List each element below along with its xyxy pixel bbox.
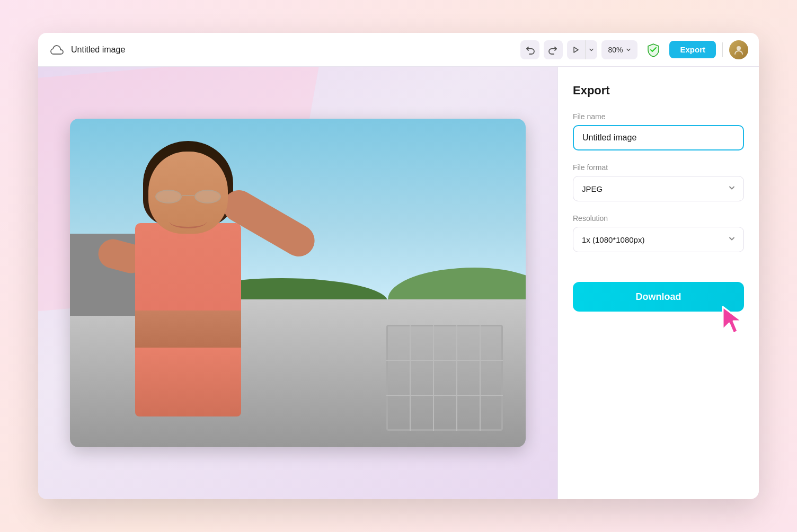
svg-point-0 [737, 46, 741, 50]
file-name-group: File name [573, 112, 744, 150]
file-format-label: File format [573, 163, 744, 172]
file-name-label: File name [573, 112, 744, 121]
toolbar-left: Untitled image [49, 41, 514, 58]
resolution-wrapper: 1x (1080*1080px) 2x (2160*2160px) 0.5x (… [573, 227, 744, 252]
file-name-input[interactable] [573, 125, 744, 150]
play-button[interactable] [567, 40, 585, 59]
export-panel: Export File name File format JPEG PNG SV… [557, 67, 759, 499]
resolution-label: Resolution [573, 214, 744, 223]
file-format-group: File format JPEG PNG SVG PDF [573, 163, 744, 201]
zoom-value: 80% [608, 46, 623, 54]
person-shorts [135, 348, 241, 416]
undo-button[interactable] [520, 40, 539, 59]
toolbar-divider [722, 42, 723, 57]
person [93, 125, 343, 437]
toolbar-right: Export [644, 40, 748, 59]
app-window: Untitled image [38, 33, 759, 499]
avatar[interactable] [729, 40, 748, 59]
toolbar-center: 80% [520, 40, 637, 59]
cursor-indicator [718, 304, 749, 341]
canvas-area[interactable] [38, 67, 557, 499]
file-format-wrapper: JPEG PNG SVG PDF [573, 176, 744, 201]
cursor-arrow-icon [718, 304, 749, 339]
document-title: Untitled image [71, 45, 125, 55]
resolution-group: Resolution 1x (1080*1080px) 2x (2160*216… [573, 214, 744, 252]
image-frame [70, 119, 526, 447]
fence-bars [386, 325, 503, 431]
download-wrapper: Download [573, 273, 744, 312]
person-glasses [151, 189, 225, 205]
redo-button[interactable] [544, 40, 563, 59]
zoom-control[interactable]: 80% [601, 40, 637, 59]
file-format-select[interactable]: JPEG PNG SVG PDF [573, 176, 744, 201]
main-content: Export File name File format JPEG PNG SV… [38, 67, 759, 499]
export-button[interactable]: Export [669, 41, 716, 58]
play-button-group [567, 40, 597, 59]
panel-title: Export [573, 84, 744, 97]
shield-icon[interactable] [644, 40, 663, 59]
resolution-select[interactable]: 1x (1080*1080px) 2x (2160*2160px) 0.5x (… [573, 227, 744, 252]
cloud-icon[interactable] [49, 41, 66, 58]
person-midriff [135, 311, 241, 353]
play-dropdown-button[interactable] [585, 40, 597, 59]
toolbar: Untitled image [38, 33, 759, 67]
